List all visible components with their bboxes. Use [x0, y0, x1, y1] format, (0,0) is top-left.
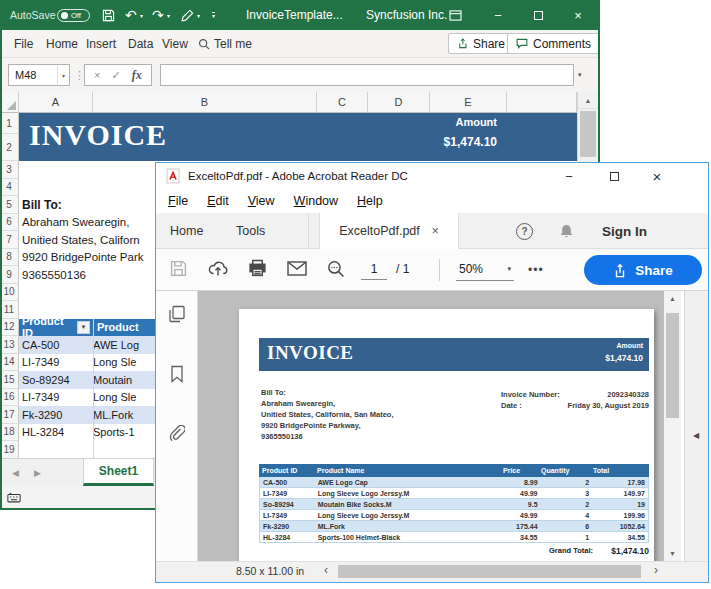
invoice-banner[interactable]: INVOICE Amount $1,474.10 — [19, 113, 577, 161]
pdf-vertical-scrollbar[interactable]: ▲ ▼ — [664, 291, 681, 561]
sheet-tab-sheet1[interactable]: Sheet1 — [83, 459, 154, 486]
row-number[interactable]: 8 — [0, 249, 19, 267]
sheet-nav-right-icon[interactable]: ▶ — [34, 468, 41, 478]
column-header-b[interactable]: B — [93, 92, 317, 113]
sign-in-button[interactable]: Sign In — [602, 213, 647, 249]
row-number[interactable]: 2 — [0, 134, 19, 161]
menu-insert[interactable]: Insert — [86, 30, 116, 57]
menu-file[interactable]: File — [14, 30, 33, 57]
document-view[interactable]: INVOICE Amount $1,474.10 Bill To: Abraha… — [198, 291, 664, 561]
menu-file[interactable]: File — [168, 194, 188, 208]
save-icon[interactable] — [170, 260, 187, 277]
column-header-e[interactable]: E — [430, 92, 507, 113]
scrollbar-thumb[interactable] — [580, 111, 596, 157]
accessibility-status-icon[interactable] — [7, 492, 21, 503]
cloud-upload-icon[interactable] — [208, 259, 228, 277]
scroll-right-icon[interactable]: › — [654, 563, 658, 577]
row-number[interactable]: 1 — [0, 113, 19, 134]
page-number-input[interactable]: 1 — [361, 258, 387, 280]
row-number[interactable]: 17 — [0, 406, 19, 424]
maximize-button[interactable] — [530, 0, 546, 30]
row-number[interactable]: 16 — [0, 389, 19, 407]
enter-icon[interactable]: ✓ — [111, 69, 120, 82]
menu-view[interactable]: View — [162, 30, 188, 57]
row-number[interactable]: 6 — [0, 214, 19, 232]
row-number[interactable]: 12 — [0, 319, 19, 337]
row-number[interactable]: 4 — [0, 179, 19, 197]
qat-customize-icon[interactable]: ▾ — [212, 0, 215, 30]
scrollbar-thumb[interactable] — [666, 313, 679, 418]
menu-help[interactable]: Help — [357, 194, 383, 208]
comments-button[interactable]: Comments — [507, 33, 600, 54]
formula-expand-icon[interactable]: ▾ — [578, 64, 582, 86]
row-number[interactable]: 15 — [0, 371, 19, 389]
cell-bill-phone[interactable]: 9365550136 — [22, 269, 86, 281]
sheet-nav-left-icon[interactable]: ◀ — [12, 468, 19, 478]
row-number[interactable]: 13 — [0, 336, 19, 354]
expand-tools-pane-icon[interactable]: ◀ — [693, 431, 699, 440]
save-icon[interactable] — [102, 0, 115, 30]
menu-view[interactable]: View — [248, 194, 275, 208]
attachments-icon[interactable] — [168, 425, 185, 443]
cell-bill-street[interactable]: 9920 BridgePointe Park — [22, 251, 143, 263]
row-number[interactable]: 11 — [0, 301, 19, 319]
cell-bill-region[interactable]: Unitied States, Californ — [22, 234, 140, 246]
column-header-a[interactable]: A — [19, 92, 93, 113]
tab-home[interactable]: Home — [170, 224, 203, 238]
row-number[interactable]: 9 — [0, 266, 19, 284]
zoom-level-dropdown[interactable]: 50% ▾ — [456, 257, 514, 281]
tab-tools[interactable]: Tools — [236, 224, 265, 238]
h-scrollbar-thumb[interactable] — [338, 565, 641, 578]
row-number[interactable]: 14 — [0, 354, 19, 372]
menu-home[interactable]: Home — [46, 30, 78, 57]
print-icon[interactable] — [248, 259, 267, 277]
share-button[interactable]: Share — [584, 255, 702, 285]
tab-document[interactable]: ExceltoPdf.pdf × — [319, 213, 459, 249]
scroll-up-icon[interactable]: ▲ — [664, 295, 681, 302]
bookmarks-icon[interactable] — [169, 365, 185, 383]
undo-icon[interactable]: ↶ — [125, 0, 137, 30]
menu-window[interactable]: Window — [294, 194, 338, 208]
minimize-button[interactable]: − — [560, 163, 578, 189]
menu-edit[interactable]: Edit — [207, 194, 229, 208]
notifications-button[interactable] — [559, 213, 574, 249]
cell-bill-to[interactable]: Bill To: — [22, 198, 62, 212]
column-header-d[interactable]: D — [368, 92, 430, 113]
undo-dropdown-icon[interactable]: ▾ — [140, 0, 143, 30]
redo-icon[interactable]: ↷ — [152, 0, 164, 30]
select-all-corner[interactable] — [0, 92, 19, 113]
ribbon-display-options-icon[interactable] — [449, 0, 462, 30]
column-header-partial[interactable] — [507, 92, 577, 113]
more-tools-icon[interactable]: ••• — [528, 263, 544, 277]
maximize-button[interactable] — [605, 163, 623, 189]
autosave-toggle[interactable]: Off — [57, 0, 90, 30]
ink-pen-dropdown-icon[interactable]: ▾ — [197, 0, 200, 30]
column-header-c[interactable]: C — [317, 92, 368, 113]
scroll-left-icon[interactable]: ‹ — [324, 563, 328, 577]
redo-dropdown-icon[interactable]: ▾ — [167, 0, 170, 30]
close-button[interactable]: × — [648, 163, 666, 189]
row-number[interactable]: 18 — [0, 424, 19, 442]
share-button[interactable]: Share — [448, 33, 514, 54]
insert-function-icon[interactable]: fx — [132, 68, 142, 83]
cancel-icon[interactable]: × — [94, 69, 100, 81]
page-thumbnails-icon[interactable] — [168, 305, 186, 323]
ink-pen-icon[interactable] — [181, 0, 194, 30]
name-box-dropdown-icon[interactable]: ▾ — [57, 65, 69, 85]
row-number[interactable]: 5 — [0, 196, 19, 214]
menu-data[interactable]: Data — [128, 30, 153, 57]
formula-input[interactable] — [160, 64, 574, 86]
tab-close-icon[interactable]: × — [432, 224, 439, 238]
row-number[interactable]: 19 — [0, 441, 19, 458]
row-number[interactable]: 7 — [0, 231, 19, 249]
minimize-button[interactable]: − — [490, 0, 506, 30]
email-icon[interactable] — [287, 261, 307, 276]
scroll-up-icon[interactable]: ▲ — [578, 92, 598, 109]
cell-bill-name[interactable]: Abraham Swearegin, — [22, 216, 129, 228]
row-number[interactable]: 3 — [0, 161, 19, 179]
filter-dropdown-icon[interactable]: ▼ — [77, 321, 90, 334]
name-box[interactable]: M48▾ — [8, 64, 70, 86]
search-icon[interactable] — [198, 30, 210, 57]
help-button[interactable]: ? — [516, 213, 533, 249]
tell-me-label[interactable]: Tell me — [214, 30, 252, 57]
